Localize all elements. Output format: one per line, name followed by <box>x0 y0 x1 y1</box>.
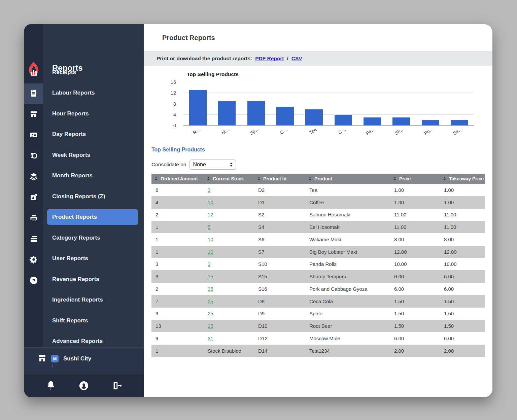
cell-product-id: S16 <box>254 283 305 295</box>
sidebar-bottom-bar <box>24 374 144 397</box>
chart-bar-slot: Sa… <box>445 82 474 126</box>
help-icon[interactable]: ? <box>29 276 38 285</box>
col-takeaway-price[interactable]: Takeaway Price <box>440 174 485 184</box>
bell-icon[interactable] <box>45 380 57 391</box>
consolidate-select[interactable]: None <box>189 160 236 170</box>
table-row: 1 5 S4 Eel Hosomaki 11.00 11.00 <box>151 221 485 233</box>
sidebar-item[interactable]: Closing Reports (Z) <box>43 186 144 207</box>
pdf-report-link[interactable]: PDF Report <box>255 56 284 62</box>
cell-takeaway-price: 11.00 <box>440 221 485 233</box>
sidebar-item[interactable]: Ingredient Reports <box>43 290 144 311</box>
sidebar-item-label: Day Reports <box>52 131 86 138</box>
sidebar-item[interactable]: Product Reports <box>43 207 144 228</box>
cell-takeaway-price: 2.00 <box>440 345 485 357</box>
cell-price: 6.00 <box>390 283 440 295</box>
sort-icon <box>257 177 260 180</box>
sidebar-item[interactable]: Month Reports <box>43 166 144 186</box>
stock-link[interactable]: 25 <box>208 299 213 304</box>
cell-ordered-amount: 4 <box>151 196 204 209</box>
cell-price: 11.00 <box>390 221 440 233</box>
gear-icon[interactable] <box>29 255 38 264</box>
cell-price: 1.50 <box>390 295 440 308</box>
cell-product-id: S2 <box>254 209 305 221</box>
user-icon[interactable] <box>78 380 90 391</box>
section-header: Top Selling Products <box>144 143 492 155</box>
cell-price: 1.50 <box>390 308 440 320</box>
stock-link[interactable]: 3 <box>208 261 210 267</box>
col-current-stock[interactable]: Current Stock <box>204 174 254 184</box>
cell-product: Shrimp Tempura <box>305 270 390 283</box>
chart-y-tick-label: 0 <box>163 123 176 129</box>
top-selling-chart: Top Selling Products 0481216 R…M…Sp…C…Te… <box>144 66 492 143</box>
cell-ordered-amount: 1 <box>151 345 204 357</box>
id-card-icon[interactable] <box>29 131 38 139</box>
layers-icon[interactable] <box>29 172 38 181</box>
sidebar-item[interactable]: Receipts <box>43 62 144 83</box>
col-price[interactable]: Price <box>390 174 440 184</box>
storefront-icon[interactable] <box>29 110 38 118</box>
dining-icon[interactable] <box>29 151 38 160</box>
icon-rail: ? <box>24 24 43 347</box>
chart-bar <box>392 117 410 126</box>
cell-ordered-amount: 13 <box>151 320 204 332</box>
store-switcher[interactable]: M Sushi City <box>38 354 91 364</box>
table-row: 1 10 S7 Big Boy Lobster Maki 12.00 12.00 <box>151 246 485 258</box>
cell-ordered-amount: 9 <box>151 308 204 320</box>
stock-link[interactable]: 25 <box>208 311 213 316</box>
sidebar-item[interactable]: Revenue Reports <box>43 269 144 290</box>
stock-link[interactable]: 10 <box>208 249 213 255</box>
cell-current-stock: 25 <box>204 320 254 332</box>
chart-bar-slot: Sp… <box>242 82 271 126</box>
stock-link[interactable]: 31 <box>208 336 213 341</box>
cell-ordered-amount: 3 <box>151 270 204 283</box>
stock-link[interactable]: 10 <box>208 200 213 205</box>
sort-icon <box>393 177 396 180</box>
sidebar-item[interactable]: Hour Reports <box>43 103 144 124</box>
storefront-small-icon <box>38 354 46 364</box>
cell-current-stock: 12 <box>204 209 254 221</box>
sidebar-item[interactable]: User Reports <box>43 248 144 269</box>
stock-link[interactable]: 12 <box>208 212 213 217</box>
section-title-link[interactable]: Top Selling Products <box>151 147 205 152</box>
cell-takeaway-price: 1.00 <box>440 184 485 196</box>
cell-current-stock: 25 <box>204 308 254 320</box>
chart-y-tick-label: 16 <box>163 79 176 85</box>
chart-bar-slot: Tea <box>300 82 329 126</box>
csv-link[interactable]: CSV <box>291 56 302 62</box>
col-product[interactable]: Product <box>305 174 390 184</box>
cell-product-id: D14 <box>254 345 305 357</box>
sidebar-item[interactable]: Labour Reports <box>43 83 144 104</box>
col-product-id[interactable]: Product Id <box>254 174 305 184</box>
sidebar-item-label: User Reports <box>52 255 88 262</box>
sidebar-item[interactable]: Category Reports <box>43 228 144 248</box>
sidebar-item[interactable]: Day Reports <box>43 124 144 145</box>
stock-link[interactable]: 3 <box>208 187 210 193</box>
stock-link[interactable]: 15 <box>208 274 213 279</box>
cell-price: 12.00 <box>390 246 440 258</box>
printer-icon[interactable] <box>29 214 38 222</box>
stock-link[interactable]: 10 <box>208 237 213 242</box>
page-title: Product Reports <box>144 24 492 51</box>
cell-ordered-amount: 9 <box>151 332 204 345</box>
stock-link[interactable]: 5 <box>208 224 210 230</box>
cell-takeaway-price: 1.00 <box>440 196 485 209</box>
table-row: 9 31 D12 Moscow Mule 6.00 6.00 <box>151 332 485 345</box>
clipboard-icon[interactable] <box>29 89 38 98</box>
table-row: 4 10 D1 Coffee 1.00 1.00 <box>151 196 485 209</box>
store-sub-mark <box>53 364 53 367</box>
sidebar-item[interactable]: Shift Reports <box>43 310 144 331</box>
stock-link[interactable]: 25 <box>208 323 213 329</box>
table-row: 1 10 S6 Wakame Maki 8.00 8.00 <box>151 233 485 246</box>
main-panel: Product Reports Print or download the pr… <box>144 24 492 397</box>
cell-product: Pork and Cabbage Gyoza <box>305 283 390 295</box>
cell-ordered-amount: 1 <box>151 221 204 233</box>
stock-link: Stock Disabled <box>208 348 241 354</box>
logout-icon[interactable] <box>111 380 123 391</box>
pages-icon[interactable] <box>29 235 38 243</box>
chart-x-label: C… <box>279 127 288 135</box>
sidebar-item[interactable]: Week Reports <box>43 145 144 166</box>
bar-chart-icon[interactable] <box>29 68 38 77</box>
analytics-box-icon[interactable] <box>29 193 38 202</box>
stock-link[interactable]: 35 <box>208 286 213 292</box>
col-ordered-amount[interactable]: Ordered Amount <box>151 174 204 184</box>
